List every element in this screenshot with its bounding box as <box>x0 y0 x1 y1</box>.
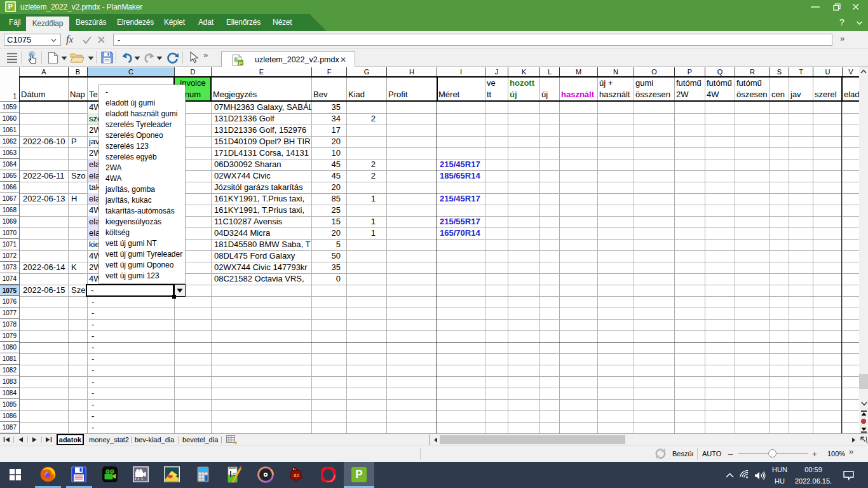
svg-text:82: 82 <box>294 473 299 478</box>
svg-text:...: ... <box>50 59 53 63</box>
svg-text:P: P <box>239 60 243 66</box>
